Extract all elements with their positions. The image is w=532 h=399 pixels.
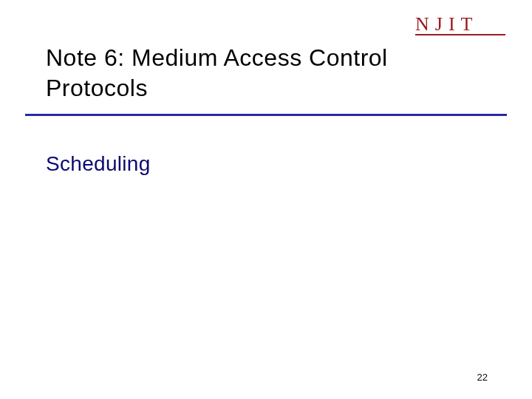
slide-title: Note 6: Medium Access Control Protocols [46,43,488,103]
horizontal-rule [25,114,507,116]
page-number: 22 [477,372,488,383]
slide: NJIT Note 6: Medium Access Control Proto… [0,0,532,399]
slide-subtitle: Scheduling [46,152,151,176]
logo: NJIT [415,13,505,35]
logo-text: NJIT [415,13,478,35]
